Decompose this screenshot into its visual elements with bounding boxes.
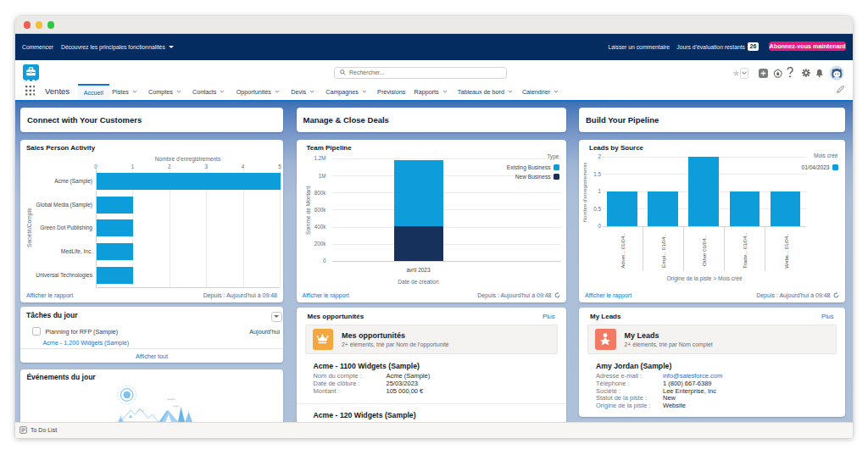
get-started-link[interactable]: Commencer xyxy=(22,34,53,60)
gridline xyxy=(332,261,561,262)
y-category-label: Acme (Sample) xyxy=(25,178,92,184)
list-banner[interactable]: Mes opportunités 2+ éléments, trié par N… xyxy=(305,325,558,354)
legend-entry: 01/04/2023 xyxy=(801,164,837,170)
utility-bar: To Do List xyxy=(15,422,853,439)
view-report-link[interactable]: Afficher le rapport xyxy=(26,292,73,298)
caret-down-icon xyxy=(169,46,174,48)
right-column-header: Build Your Pipeline xyxy=(579,108,845,132)
nav-tab-contacts[interactable]: Contacts xyxy=(192,84,225,101)
nav-tab-label: Contacts xyxy=(192,88,216,96)
more-link[interactable]: Plus xyxy=(821,313,834,320)
more-link[interactable]: Plus xyxy=(542,313,555,320)
list-banner[interactable]: My Leads 2+ éléments, trié par Nom compl… xyxy=(587,325,837,354)
app-name[interactable]: Ventes xyxy=(45,81,70,100)
nav-tab-label: Campagnes xyxy=(326,88,359,96)
left-column-header: Connect with Your Customers xyxy=(20,108,283,132)
view-all-link[interactable]: Afficher tout xyxy=(20,352,283,360)
close-window-button[interactable] xyxy=(24,21,31,29)
guidance-center-icon[interactable] xyxy=(773,69,783,79)
favorites-menu-button[interactable] xyxy=(740,68,748,78)
record-name-link[interactable]: Amy Jordan (Sample) xyxy=(596,362,828,370)
nav-tab-campagnes[interactable]: Campagnes xyxy=(326,84,367,101)
user-avatar[interactable] xyxy=(830,66,844,80)
x-category-label: Empl... 01/04.. xyxy=(640,225,686,276)
global-actions-button[interactable] xyxy=(759,69,768,78)
nav-tab-tableaux-de-bord[interactable]: Tableaux de bord xyxy=(458,84,513,101)
nav-tab-label: Prévisions xyxy=(377,88,405,96)
banner-subtitle: 2+ éléments, trié par Nom de l'opportuni… xyxy=(342,341,449,347)
task-related-link[interactable]: Acme - 1,200 Widgets (Sample) xyxy=(42,339,129,347)
field-label: Montant : xyxy=(314,388,387,395)
minimize-window-button[interactable] xyxy=(36,21,43,29)
chevron-down-icon xyxy=(176,90,181,93)
y-category-label: Green Dot Publishing xyxy=(25,225,92,230)
bar[interactable] xyxy=(97,173,281,190)
bar[interactable] xyxy=(607,191,637,226)
feedback-link[interactable]: Laisser un commentaire xyxy=(608,34,670,60)
category-separator xyxy=(765,226,765,272)
field-value: Website xyxy=(663,402,686,409)
refresh-icon[interactable] xyxy=(833,292,839,298)
favorites-star-icon[interactable] xyxy=(732,69,740,77)
legend-title: Type xyxy=(547,153,559,159)
subscribe-button[interactable]: Abonnez-vous maintenant xyxy=(769,42,846,52)
nav-tab-comptes[interactable]: Comptes xyxy=(148,84,181,101)
trial-banner: Commencer Découvrez les principales fonc… xyxy=(15,34,853,60)
view-report-link[interactable]: Afficher le rapport xyxy=(585,292,632,298)
nav-tab-label: Calendrier xyxy=(522,88,550,96)
features-menu[interactable]: Découvrez les principales fonctionnalité… xyxy=(61,34,174,60)
bar[interactable] xyxy=(730,191,760,226)
chevron-down-icon xyxy=(554,90,559,93)
task-checkbox[interactable] xyxy=(32,327,40,335)
nav-tab-pistes[interactable]: Pistes xyxy=(112,84,137,101)
field-label: Téléphone : xyxy=(596,380,663,387)
bar[interactable] xyxy=(648,191,678,226)
bar[interactable] xyxy=(97,243,133,260)
bar[interactable] xyxy=(688,157,719,226)
record-name-link[interactable]: Acme - 120 Widgets (Sample) xyxy=(314,411,549,419)
bar[interactable] xyxy=(771,191,801,226)
view-report-link[interactable]: Afficher le rapport xyxy=(303,292,349,298)
nav-tab-calendrier[interactable]: Calendrier xyxy=(522,84,559,101)
nav-tab-label: Tableaux de bord xyxy=(458,88,504,96)
tasks-menu-button[interactable] xyxy=(271,312,282,323)
zoom-window-button[interactable] xyxy=(47,21,55,29)
gridline xyxy=(332,192,561,193)
app-launcher-icon[interactable] xyxy=(25,86,36,96)
gridline xyxy=(332,209,561,210)
as-of-timestamp: Depuis : Aujourd'hui à 09:48 xyxy=(756,292,838,298)
y-category-label: MedLife, Inc. xyxy=(25,248,92,254)
gridline xyxy=(332,158,561,159)
legend-swatch xyxy=(832,164,838,170)
team-pipeline-card: Team Pipeline 1.2M1M800k600k400k200k0avr… xyxy=(297,140,566,302)
field-row: Montant :105 000,00 € xyxy=(314,388,549,395)
divider xyxy=(20,348,283,349)
bar-segment-existing-business[interactable] xyxy=(394,160,443,226)
todo-list-label[interactable]: To Do List xyxy=(31,427,57,433)
card-footer: Afficher le rapport Depuis : Aujourd'hui… xyxy=(20,292,283,298)
sales-person-activity-card: Sales Person Activity Nombre d'enregistr… xyxy=(20,140,283,302)
refresh-icon[interactable] xyxy=(554,292,560,298)
nav-tab-pr-visions[interactable]: Prévisions xyxy=(377,84,405,101)
sales-person-activity-chart: Nombre d'enregistrements012345Acme (Samp… xyxy=(20,140,283,302)
banner-subtitle: 2+ éléments, trié par Nom complet xyxy=(625,341,713,347)
nav-tab-opportunit-s[interactable]: Opportunités xyxy=(236,84,280,101)
x-axis-line xyxy=(96,287,280,288)
notifications-bell-icon[interactable] xyxy=(815,69,824,78)
nav-tab-accueil[interactable]: Accueil xyxy=(78,84,109,101)
bar[interactable] xyxy=(97,197,133,214)
nav-tab-rapports[interactable]: Rapports xyxy=(415,84,448,101)
todo-list-icon[interactable] xyxy=(19,426,27,434)
nav-tab-devis[interactable]: Devis xyxy=(291,84,314,101)
x-category-label: Trade... 01/04.. xyxy=(721,225,767,276)
record-name-link[interactable]: Acme - 1100 Widgets (Sample) xyxy=(314,362,549,370)
y-category-label: Global Media (Sample) xyxy=(25,202,92,208)
task-name[interactable]: Planning for RFP (Sample) xyxy=(46,328,119,336)
setup-gear-icon[interactable] xyxy=(802,69,810,77)
help-icon[interactable] xyxy=(787,67,793,78)
bar-segment-new-business[interactable] xyxy=(394,226,443,261)
opportunity-icon xyxy=(313,329,334,350)
bar[interactable] xyxy=(97,267,133,284)
bar[interactable] xyxy=(97,219,133,236)
edit-page-pencil-icon[interactable] xyxy=(837,86,844,93)
